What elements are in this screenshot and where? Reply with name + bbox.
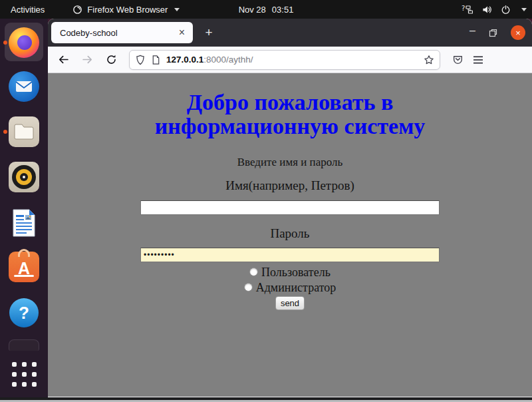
- page-info-icon[interactable]: [151, 55, 161, 65]
- radio-admin-label: Администратор: [256, 282, 336, 294]
- url-bar[interactable]: 127.0.0.1:8000/aythh/: [129, 50, 440, 70]
- dock-item-app-grid[interactable]: [8, 358, 40, 390]
- app-menu[interactable]: Firefox Web Browser: [72, 0, 180, 19]
- reload-button[interactable]: [101, 50, 121, 70]
- chevron-down-icon: [174, 8, 180, 11]
- tab-codeby-school[interactable]: Codeby-school ×: [51, 22, 193, 43]
- url-host: 127.0.0.1: [166, 55, 203, 65]
- radio-admin[interactable]: [244, 283, 253, 292]
- dock-item-help[interactable]: ?: [8, 297, 40, 329]
- radio-user-label: Пользователь: [261, 266, 331, 278]
- dock-item-files[interactable]: [8, 116, 40, 148]
- name-input[interactable]: [140, 200, 440, 215]
- thunderbird-icon: [9, 71, 39, 102]
- firefox-window: Codeby-school × + – ×: [48, 19, 532, 397]
- page-content: Добро пожаловать в информационную систем…: [48, 73, 532, 397]
- page-title: Добро пожаловать в информационную систем…: [104, 91, 476, 139]
- role-option-admin[interactable]: Администратор: [48, 282, 532, 294]
- running-indicator: [3, 41, 7, 45]
- rhythmbox-icon: [9, 162, 39, 192]
- help-icon: ?: [9, 298, 39, 327]
- clock-time: 03:51: [272, 5, 294, 15]
- window-controls: – ×: [469, 19, 525, 47]
- svg-text:?: ?: [462, 5, 465, 12]
- back-button[interactable]: [53, 50, 73, 70]
- tab-bar: Codeby-school × + – ×: [48, 19, 532, 47]
- activities-button[interactable]: Activities: [0, 0, 55, 19]
- firefox-mini-icon: [72, 5, 82, 15]
- tab-close-icon[interactable]: ×: [178, 27, 186, 39]
- minimize-button[interactable]: –: [469, 25, 475, 36]
- menu-hamburger-icon[interactable]: [473, 55, 483, 65]
- running-indicator: [3, 130, 7, 134]
- ubuntu-software-icon: A: [9, 252, 39, 282]
- dock-item-rhythmbox[interactable]: [8, 161, 40, 193]
- tray-chevron-down-icon: [521, 8, 527, 11]
- firefox-icon: [9, 27, 39, 58]
- network-icon: ?: [462, 5, 473, 15]
- dock: A ?: [0, 19, 48, 397]
- power-icon: [501, 5, 511, 15]
- files-icon: [9, 116, 39, 147]
- close-button[interactable]: ×: [511, 25, 525, 40]
- name-label: Имя(например, Петров): [48, 178, 532, 193]
- libreoffice-writer-icon: [11, 208, 37, 238]
- password-input[interactable]: [140, 248, 440, 262]
- navigation-toolbar: 127.0.0.1:8000/aythh/: [48, 47, 532, 73]
- dock-item-partial[interactable]: [9, 339, 39, 351]
- toolbar-extras: [452, 54, 483, 65]
- clock-date: Nov 28: [239, 5, 266, 15]
- screen: Activities Firefox Web Browser Nov 28 03…: [0, 0, 532, 402]
- restore-button[interactable]: [489, 29, 497, 37]
- dock-item-libreoffice-writer[interactable]: [8, 207, 40, 239]
- radio-user[interactable]: [249, 268, 258, 276]
- volume-icon: [481, 5, 492, 15]
- new-tab-button[interactable]: +: [200, 23, 218, 42]
- dock-item-thunderbird[interactable]: [8, 71, 40, 102]
- dock-item-firefox[interactable]: [8, 27, 40, 59]
- forward-button[interactable]: [77, 50, 97, 70]
- tab-title: Codeby-school: [60, 28, 178, 38]
- url-text[interactable]: 127.0.0.1:8000/aythh/: [166, 55, 418, 65]
- clock[interactable]: Nov 28 03:51: [239, 5, 294, 15]
- shield-icon[interactable]: [135, 55, 146, 65]
- send-button[interactable]: send: [275, 296, 305, 310]
- gnome-top-bar: Activities Firefox Web Browser Nov 28 03…: [0, 0, 532, 19]
- app-grid-icon: [12, 362, 37, 387]
- pocket-icon[interactable]: [452, 54, 464, 65]
- password-label: Пароль: [48, 226, 532, 241]
- role-option-user[interactable]: Пользователь: [48, 266, 532, 278]
- app-menu-label: Firefox Web Browser: [87, 5, 168, 15]
- url-path: :8000/aythh/: [203, 55, 253, 65]
- bookmark-star-icon[interactable]: [424, 55, 434, 65]
- system-tray[interactable]: ?: [462, 0, 527, 19]
- intro-text: Введите имя и пароль: [48, 156, 532, 169]
- dock-item-ubuntu-software[interactable]: A: [8, 251, 40, 283]
